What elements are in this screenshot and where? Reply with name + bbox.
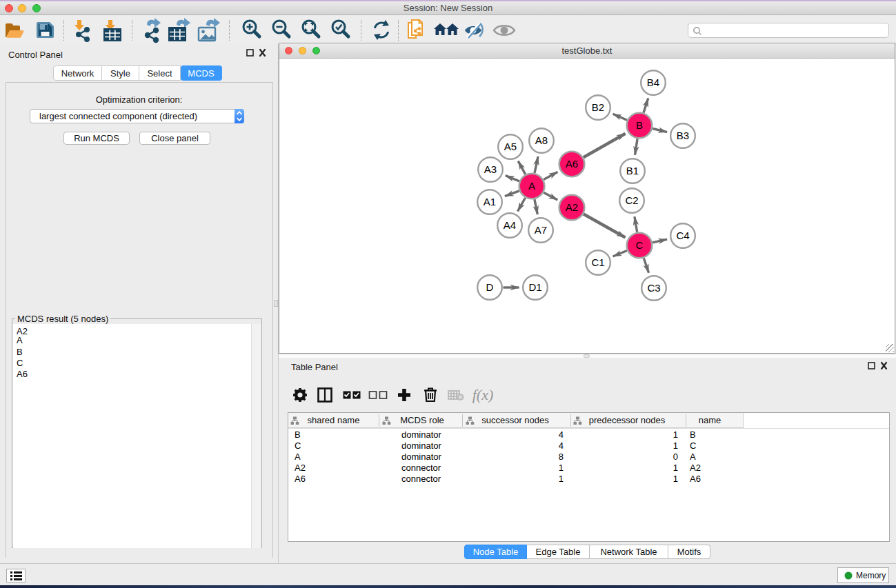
svg-text:C4: C4 (676, 230, 689, 241)
svg-text:A1: A1 (484, 196, 496, 207)
svg-text:A8: A8 (535, 134, 548, 146)
svg-text:D: D (486, 281, 494, 293)
svg-text:C2: C2 (625, 194, 638, 206)
svg-text:A4: A4 (504, 219, 516, 231)
svg-text:C3: C3 (647, 282, 660, 294)
svg-text:A3: A3 (484, 163, 497, 175)
svg-text:A5: A5 (504, 141, 517, 152)
svg-text:C: C (636, 239, 644, 251)
svg-text:B3: B3 (677, 130, 689, 141)
svg-text:B: B (636, 119, 643, 131)
svg-text:A: A (528, 180, 535, 192)
svg-text:B2: B2 (592, 101, 604, 113)
svg-text:A2: A2 (566, 201, 578, 213)
svg-text:f(x): f(x) (472, 386, 494, 403)
svg-text:D1: D1 (528, 281, 541, 293)
svg-text:B4: B4 (647, 77, 659, 88)
svg-text:A7: A7 (535, 224, 547, 236)
svg-text:A6: A6 (566, 158, 578, 170)
svg-text:C1: C1 (591, 256, 604, 268)
svg-text:B1: B1 (626, 165, 639, 176)
